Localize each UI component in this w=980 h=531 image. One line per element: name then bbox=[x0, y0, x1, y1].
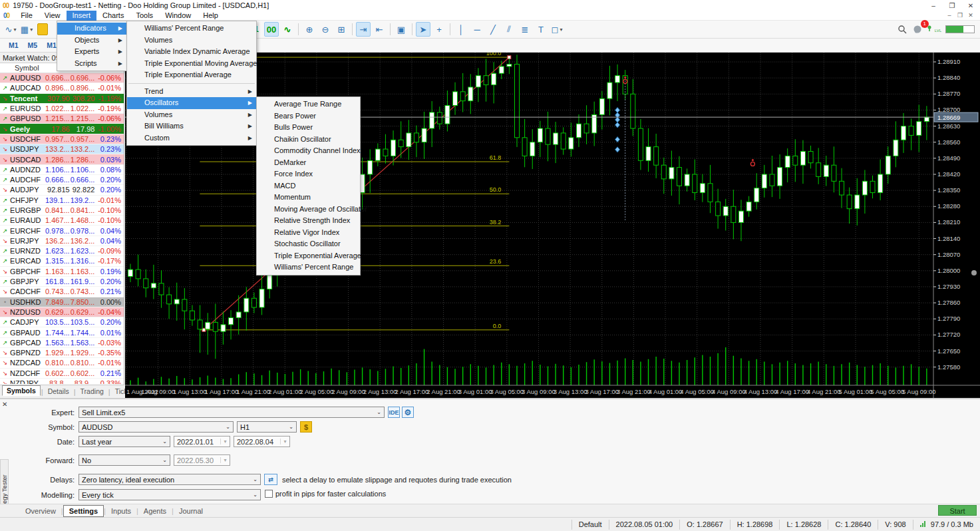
indicator-item-bill-williams[interactable]: Bill Williams▶ bbox=[127, 120, 256, 132]
market-watch-row[interactable]: ↗EURCHF0.978...0.978...0.04% bbox=[0, 226, 124, 236]
market-watch-row[interactable]: ↗GBPJPY161.8...161.9...0.20% bbox=[0, 277, 124, 287]
market-watch-row[interactable]: •USDHKD7.849...7.850...0.00% bbox=[0, 297, 124, 307]
market-watch-row[interactable]: ↘EURJPY136.2...136.2...0.04% bbox=[0, 236, 124, 246]
market-watch-row[interactable]: ↘NZDUSD0.629...0.629...-0.04% bbox=[0, 307, 124, 317]
chart-close-icon[interactable]: ✕ bbox=[965, 12, 976, 19]
oscillator-item-bears-power[interactable]: Bears Power bbox=[257, 110, 360, 122]
market-watch-row[interactable]: ↘Tencent307.90308.20-1.19% bbox=[0, 94, 124, 104]
indicator-item-volumes[interactable]: Volumes▶ bbox=[127, 109, 256, 121]
vertical-line-button[interactable]: │ bbox=[454, 22, 468, 37]
date-to-field[interactable]: 2022.08.04▾ bbox=[234, 436, 290, 447]
market-watch-row[interactable]: ↘NZDCAD0.810...0.810...-0.01% bbox=[0, 358, 124, 368]
forward-date-field[interactable]: 2022.05.30▾ bbox=[174, 454, 230, 466]
market-watch-row[interactable]: ↗EURAUD1.467...1.468...-0.10% bbox=[0, 216, 124, 226]
market-watch-row[interactable]: ↗GBPAUD1.744...1.744...0.01% bbox=[0, 327, 124, 337]
gear-icon[interactable]: ⚙ bbox=[402, 407, 414, 418]
chart-restore-icon[interactable]: ❐ bbox=[955, 12, 965, 19]
crosshair-button[interactable]: + bbox=[432, 22, 446, 37]
new-order-button[interactable] bbox=[37, 23, 48, 35]
profiles-dropdown[interactable]: ▦▾ bbox=[19, 22, 34, 37]
market-watch-row[interactable]: ↘USDJPY133.2...133.2...0.23% bbox=[0, 144, 124, 154]
market-watch-row[interactable]: ↗AUDCAD0.896...0.896...-0.01% bbox=[0, 83, 124, 93]
delays-select[interactable]: Zero latency, ideal execution⌄ bbox=[79, 474, 261, 485]
equidistant-channel-button[interactable]: ⫽ bbox=[502, 22, 516, 37]
indicator-item-custom[interactable]: Custom▶ bbox=[127, 132, 256, 144]
market-watch-row[interactable]: ↗AUDCHF0.666...0.666...0.20% bbox=[0, 175, 124, 185]
market-watch-row[interactable]: ↗CHFJPY139.1...139.2...-0.01% bbox=[0, 196, 124, 206]
oscillator-item-relative-strength-index[interactable]: Relative Strength Index bbox=[257, 215, 360, 227]
indicator-item-trend[interactable]: Trend▶ bbox=[127, 86, 256, 98]
market-watch-row[interactable]: ↗AUDNZD1.106...1.106...0.08% bbox=[0, 165, 124, 175]
market-watch-tab-symbols[interactable]: Symbols bbox=[2, 385, 41, 396]
cursor-button[interactable]: ➤ bbox=[416, 22, 430, 37]
symbol-select[interactable]: AUDUSD⌄ bbox=[79, 421, 234, 433]
forward-select[interactable]: No⌄ bbox=[79, 454, 170, 466]
cycle-lines-button[interactable]: ≣ bbox=[518, 22, 532, 37]
text-button[interactable]: T bbox=[534, 22, 548, 37]
menu-tools[interactable]: Tools bbox=[130, 11, 159, 21]
date-mode-select[interactable]: Last year⌄ bbox=[79, 436, 170, 447]
indicator-item-oscillators[interactable]: Oscillators▶ bbox=[127, 97, 256, 109]
auto-scroll-button[interactable]: ⇥ bbox=[356, 22, 371, 37]
market-watch-row[interactable]: ↗EURNZD1.623...1.623...-0.09% bbox=[0, 246, 124, 256]
market-watch-row[interactable]: ↘CADCHF0.743...0.743...0.21% bbox=[0, 287, 124, 297]
tester-tab-journal[interactable]: Journal bbox=[174, 506, 208, 516]
date-from-field[interactable]: 2022.01.01▾ bbox=[174, 436, 230, 447]
expert-select[interactable]: Sell Limit.ex5⌄ bbox=[79, 407, 385, 418]
candlestick-chart-button[interactable]: 00 bbox=[264, 22, 279, 37]
menu-item-scripts[interactable]: Scripts▶ bbox=[57, 58, 126, 70]
zoom-in-button[interactable]: ⊕ bbox=[302, 22, 317, 37]
search-icon[interactable] bbox=[895, 22, 909, 37]
oscillator-item-force-index[interactable]: Force Index bbox=[257, 168, 360, 180]
scrollbar-down-arrow-icon[interactable]: ⌄ bbox=[116, 365, 122, 373]
close-icon[interactable]: ✕ bbox=[2, 401, 7, 408]
screenshot-button[interactable]: ▣ bbox=[394, 22, 408, 37]
menu-item-objects[interactable]: Objects▶ bbox=[57, 35, 126, 47]
oscillator-item-williams-percent-range[interactable]: Williams' Percent Range bbox=[257, 262, 360, 273]
market-watch-row[interactable]: ↗EURCAD1.315...1.316...-0.17% bbox=[0, 256, 124, 266]
period-select[interactable]: H1⌄ bbox=[237, 421, 297, 433]
oscillator-item-relative-vigor-index[interactable]: Relative Vigor Index bbox=[257, 227, 360, 239]
market-watch-row[interactable]: ↗EURGBP0.841...0.841...-0.10% bbox=[0, 206, 124, 216]
oscillator-item-moving-average-of-oscillator[interactable]: Moving Average of Oscillator bbox=[257, 204, 360, 216]
oscillator-item-triple-exponential-average[interactable]: Triple Exponential Average bbox=[257, 250, 360, 262]
menu-item-experts[interactable]: Experts▶ bbox=[57, 46, 126, 58]
delay-settings-icon[interactable]: ⇄ bbox=[264, 474, 277, 485]
market-watch-row[interactable]: ↘GBPCHF1.163...1.163...0.19% bbox=[0, 267, 124, 277]
oscillator-item-demarker[interactable]: DeMarker bbox=[257, 157, 360, 169]
indicator-item-triple-exponential-average[interactable]: Triple Exponential Average bbox=[127, 69, 256, 81]
oscillator-item-bulls-power[interactable]: Bulls Power bbox=[257, 122, 360, 134]
timeframe-m5[interactable]: M5 bbox=[23, 41, 43, 50]
trendline-button[interactable]: ╱ bbox=[486, 22, 500, 37]
restore-button[interactable]: ❐ bbox=[943, 1, 961, 11]
oscillator-item-stochastic-oscillator[interactable]: Stochastic Oscillator bbox=[257, 238, 360, 250]
tile-windows-button[interactable]: ⊞ bbox=[334, 22, 349, 37]
market-watch-row[interactable]: ↘GBPNZD1.929...1.929...-0.35% bbox=[0, 348, 124, 358]
horizontal-line-button[interactable]: ─ bbox=[470, 22, 484, 37]
market-watch-row[interactable]: ↘NZDJPY83.8...83.9...-0.33% bbox=[0, 379, 124, 384]
chart-shift-button[interactable]: ⇤ bbox=[372, 22, 387, 37]
zoom-out-button[interactable]: ⊖ bbox=[318, 22, 333, 37]
market-watch-row[interactable]: ↗AUDUSD0.696...0.696...-0.06% bbox=[0, 73, 124, 83]
indicator-item-triple-exponential-moving-average[interactable]: Triple Exponential Moving Average bbox=[127, 58, 256, 70]
market-watch-row[interactable]: ↘AUDJPY92.81592.8220.20% bbox=[0, 185, 124, 195]
market-watch-row[interactable]: ↘Geely17.8617.98-1.00% bbox=[0, 124, 124, 134]
indicator-item-volumes[interactable]: Volumes bbox=[127, 35, 256, 47]
menu-view[interactable]: View bbox=[39, 11, 67, 21]
minimize-button[interactable]: – bbox=[924, 1, 943, 11]
market-watch-tab-trading[interactable]: Trading bbox=[77, 387, 108, 396]
market-watch-row[interactable]: ↗CADJPY103.5...103.5...0.20% bbox=[0, 317, 124, 327]
start-button[interactable]: Start bbox=[938, 505, 977, 516]
menu-window[interactable]: Window bbox=[159, 11, 197, 21]
oscillator-item-commodity-channel-index[interactable]: Commodity Channel Index bbox=[257, 145, 360, 157]
market-watch-row[interactable]: ↘USDCHF0.957...0.957...0.23% bbox=[0, 134, 124, 144]
indicator-item-williams-percent-range[interactable]: Williams' Percent Range bbox=[127, 23, 256, 35]
timeframe-m1[interactable]: M1 bbox=[4, 41, 23, 50]
tester-tab-inputs[interactable]: Inputs bbox=[106, 506, 136, 516]
deposit-button[interactable]: $ bbox=[300, 421, 312, 433]
modelling-select[interactable]: Every tick⌄ bbox=[79, 489, 261, 500]
menu-charts[interactable]: Charts bbox=[96, 11, 130, 21]
ide-button[interactable]: IDE bbox=[388, 407, 400, 418]
menu-item-indicators[interactable]: Indicators▶ bbox=[57, 23, 126, 35]
oscillator-item-momentum[interactable]: Momentum bbox=[257, 192, 360, 204]
